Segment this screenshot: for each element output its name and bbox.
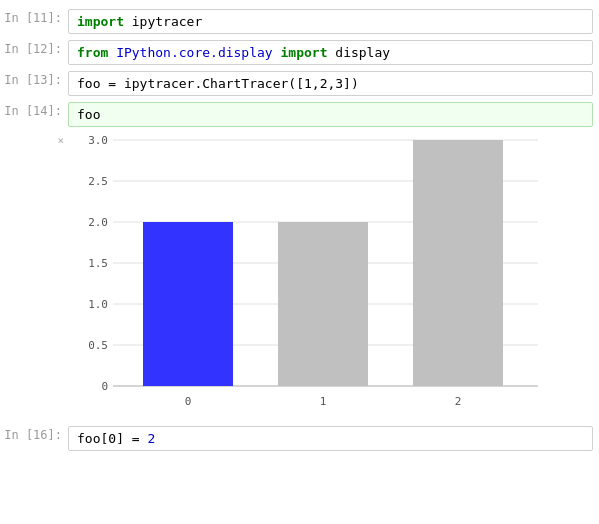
bar-1 [278,222,368,386]
y-tick-0-5: 0.5 [88,339,108,352]
cell-13: In [13]: foo = ipytracer.ChartTracer([1,… [0,68,599,99]
module-path: IPython.core.display [116,45,280,60]
chart-area: 3.0 2.5 2.0 1.5 1.0 0.5 0 [68,130,593,415]
bar-0 [143,222,233,386]
chart-output: × 3.0 2.5 2.0 1.5 1.0 [0,130,599,415]
keyword-import2: import [281,45,328,60]
cell-11-label: In [11]: [0,6,68,37]
cell-16-code[interactable]: foo[0] = 2 [68,426,593,451]
close-col: × [0,130,68,147]
assignment-code: foo = ipytracer.ChartTracer([1,2,3]) [77,76,359,91]
keyword-import: import [77,14,124,29]
foo-index: foo[0] [77,431,124,446]
x-label-2: 2 [455,395,462,408]
x-label-0: 0 [185,395,192,408]
keyword-from: from [77,45,108,60]
cell-14: In [14]: foo [0,99,599,130]
cell-14-code[interactable]: foo [68,102,593,127]
cell-13-label: In [13]: [0,68,68,99]
foo-ref: foo [77,107,100,122]
y-tick-3: 3.0 [88,134,108,147]
bar-2 [413,140,503,386]
module-name: ipytracer [132,14,202,29]
x-label-1: 1 [320,395,327,408]
cell-11: In [11]: import ipytracer [0,6,599,37]
y-tick-1-5: 1.5 [88,257,108,270]
close-icon[interactable]: × [57,134,64,147]
y-tick-0: 0 [101,380,108,393]
y-tick-2-5: 2.5 [88,175,108,188]
value-2: 2 [147,431,155,446]
cell-12: In [12]: from IPython.core.display impor… [0,37,599,68]
cell-16-label: In [16]: [0,423,68,454]
cell-12-label: In [12]: [0,37,68,68]
cell-12-code[interactable]: from IPython.core.display import display [68,40,593,65]
cell-14-label: In [14]: [0,99,68,130]
cell-16: In [16]: foo[0] = 2 [0,423,599,454]
y-tick-2: 2.0 [88,216,108,229]
cell-13-code[interactable]: foo = ipytracer.ChartTracer([1,2,3]) [68,71,593,96]
y-tick-1: 1.0 [88,298,108,311]
equals-sign: = [132,431,148,446]
bar-chart: 3.0 2.5 2.0 1.5 1.0 0.5 0 [68,130,558,415]
cell-11-code[interactable]: import ipytracer [68,9,593,34]
import-name: display [335,45,390,60]
